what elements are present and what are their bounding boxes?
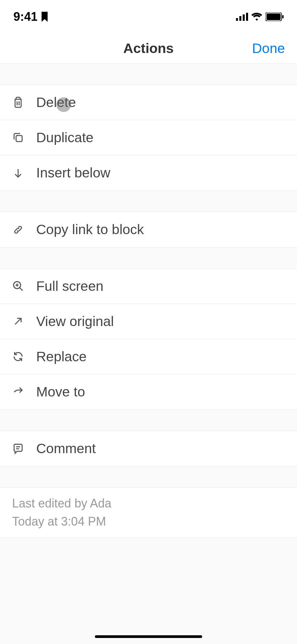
touch-indicator bbox=[56, 97, 71, 112]
arrow-right-icon bbox=[12, 386, 24, 398]
svg-rect-2 bbox=[243, 14, 245, 21]
svg-rect-5 bbox=[266, 13, 281, 20]
comment-icon bbox=[12, 443, 24, 455]
comment-action[interactable]: Comment bbox=[0, 431, 297, 466]
last-edited-by: Last edited by Ada bbox=[12, 496, 285, 511]
home-indicator[interactable] bbox=[95, 635, 202, 638]
trash-icon bbox=[12, 96, 24, 108]
insert-below-label: Insert below bbox=[36, 165, 110, 181]
status-left: 9:41 bbox=[13, 10, 48, 24]
svg-rect-0 bbox=[236, 18, 238, 21]
svg-rect-3 bbox=[246, 13, 248, 21]
duplicate-label: Duplicate bbox=[36, 130, 94, 146]
footer-info: Last edited by Ada Today at 3:04 PM bbox=[0, 487, 297, 538]
move-to-label: Move to bbox=[36, 384, 85, 400]
spacer bbox=[0, 191, 297, 212]
replace-action[interactable]: Replace bbox=[0, 339, 297, 374]
view-original-label: View original bbox=[36, 314, 114, 329]
page-title: Actions bbox=[123, 41, 174, 56]
status-right bbox=[236, 12, 284, 21]
full-screen-label: Full screen bbox=[36, 278, 104, 294]
action-group-1: Delete Duplicate Insert below bbox=[0, 85, 297, 191]
view-original-action[interactable]: View original bbox=[0, 304, 297, 339]
refresh-icon bbox=[12, 351, 24, 363]
full-screen-action[interactable]: Full screen bbox=[0, 269, 297, 304]
magnify-plus-icon bbox=[12, 280, 24, 292]
spacer bbox=[0, 64, 297, 85]
replace-label: Replace bbox=[36, 349, 86, 365]
action-group-2: Copy link to block bbox=[0, 212, 297, 248]
status-bar: 9:41 bbox=[0, 0, 297, 34]
insert-below-action[interactable]: Insert below bbox=[0, 155, 297, 191]
action-group-3: Full screen View original Replace Move t… bbox=[0, 268, 297, 410]
done-button[interactable]: Done bbox=[252, 41, 285, 56]
link-icon bbox=[12, 224, 24, 236]
duplicate-icon bbox=[12, 131, 24, 144]
status-time: 9:41 bbox=[13, 10, 38, 24]
comment-label: Comment bbox=[36, 441, 96, 457]
arrow-down-icon bbox=[12, 167, 24, 179]
delete-action[interactable]: Delete bbox=[0, 85, 297, 120]
spacer bbox=[0, 467, 297, 487]
move-to-action[interactable]: Move to bbox=[0, 374, 297, 410]
arrow-up-right-icon bbox=[12, 315, 24, 327]
signal-icon bbox=[236, 13, 248, 21]
action-group-4: Comment bbox=[0, 431, 297, 467]
copy-link-label: Copy link to block bbox=[36, 222, 144, 237]
spacer bbox=[0, 410, 297, 431]
bookmark-icon bbox=[41, 12, 48, 22]
wifi-icon bbox=[251, 13, 262, 21]
battery-icon bbox=[265, 12, 284, 21]
svg-rect-6 bbox=[282, 15, 284, 18]
svg-rect-1 bbox=[239, 16, 241, 21]
duplicate-action[interactable]: Duplicate bbox=[0, 120, 297, 155]
header: Actions Done bbox=[0, 34, 297, 64]
spacer bbox=[0, 248, 297, 268]
copy-link-action[interactable]: Copy link to block bbox=[0, 212, 297, 247]
svg-rect-7 bbox=[16, 136, 22, 142]
last-edited-time: Today at 3:04 PM bbox=[12, 515, 285, 529]
